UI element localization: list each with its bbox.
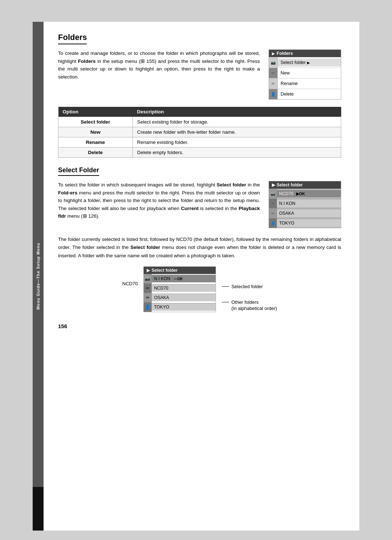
folders-menu-row-2: ✏ Rename (269, 78, 341, 89)
select-folder-intro-text: To select the folder in which subsequent… (58, 181, 260, 220)
diagram-area: NCD70 ▶ Select folder 📷 N I KON —OK (58, 266, 341, 312)
folders-menu-icon-2: ✏ (269, 78, 278, 89)
callout-text-2: Other folders (231, 299, 258, 305)
callout-dash-2 (222, 302, 229, 302)
sf-body5: menu ( (66, 213, 83, 219)
table-row: New Create new folder with five-letter f… (58, 127, 341, 137)
sf-menu-ref-icon: ⊞ (83, 213, 89, 219)
folders-menu-row-3: 👤 Delete (269, 89, 341, 99)
sf-menu-header: ▶ Select folder (269, 181, 341, 189)
sf-body1: To select the folder in which subsequent… (58, 182, 217, 188)
folders-content-row: To create and manage folders, or to choo… (58, 49, 341, 100)
sf-menu-row-1: ✏ N I KON (269, 198, 341, 208)
table-opt-3: Delete (58, 148, 133, 158)
folders-menu-icon-ref: ⊞ (140, 59, 147, 64)
folders-menu-header: ▶ Folders (269, 50, 341, 57)
sf-label-1: N I KON (277, 200, 341, 207)
table-desc-0: Select existing folder for storage. (132, 117, 341, 127)
folders-menu-icon-0: 📷 (269, 57, 278, 68)
folders-menu-tri: ▶ (272, 52, 275, 56)
table-desc-2: Rename existing folder. (132, 137, 341, 148)
folders-menu-icon-3: 👤 (269, 89, 278, 99)
sidebar-black-band (33, 487, 44, 531)
diagram-inner: NCD70 ▶ Select folder 📷 N I KON —OK (122, 266, 277, 312)
diagram-row-1: ✏ NCD70 (144, 283, 216, 293)
page-container: Menu Guide—The Setup Menu Folders To cre… (33, 22, 359, 531)
folders-ref1: 155 (146, 59, 155, 64)
table-col2-header: Description (132, 107, 341, 117)
sf-text-0: NCD70 (279, 191, 293, 196)
folders-menu-row-1: ✏ New (269, 68, 341, 78)
sf-icon-3: 👤 (269, 218, 277, 228)
diagram-label-3: TOKYO (152, 303, 216, 311)
table-desc-1: Create new folder with five-letter folde… (132, 127, 341, 137)
sf-menu-row-2: ✏ OSAKA (269, 208, 341, 218)
table-opt-0: Select folder (58, 117, 133, 127)
sf-label-3: TOKYO (277, 219, 341, 227)
select-folder-content-row: To select the folder in which subsequent… (58, 181, 341, 228)
diagram-icon-1: ✏ (144, 283, 152, 293)
sf-body4: is selected in the (199, 206, 238, 211)
diagram-row-0: 📷 N I KON —OK (144, 274, 216, 283)
diagram-icon-0: 📷 (144, 274, 152, 283)
pencil-icon-2: ✏ (271, 81, 275, 86)
sf-label-0: NCD70 ▶OK (277, 190, 341, 197)
diagram-row-2: ✏ OSAKA (144, 293, 216, 302)
folders-menu-label-3: Delete (278, 90, 341, 98)
camera-icon-0: 📷 (271, 60, 276, 65)
diagram-icon-2: ✏ (144, 293, 152, 302)
callout-text-1: Selected folder (231, 284, 263, 289)
diagram-box: ▶ Select folder 📷 N I KON —OK ✏ NCD70 (143, 266, 216, 312)
folders-menu-text-0: Select folder (281, 60, 306, 65)
folders-bold1: Folders (78, 59, 96, 64)
diagram-row-3: 👤 TOKYO (144, 302, 216, 312)
folders-intro-text: To create and manage folders, or to choo… (58, 49, 260, 81)
diagram-header-title: Select folder (151, 268, 177, 273)
diagram-ok: —OK (172, 277, 184, 281)
table-row: Select folder Select existing folder for… (58, 117, 341, 127)
diagram-label-2: OSAKA (152, 294, 216, 301)
sf-body2: in the (246, 182, 260, 188)
sidebar-label: Menu Guide—The Setup Menu (36, 243, 40, 310)
pencil-icon-1: ✏ (271, 71, 275, 76)
folders-menu-text-1: New (281, 70, 290, 76)
options-table: Option Description Select folder Select … (58, 107, 341, 158)
table-opt-1: New (58, 127, 133, 137)
diagram-right: Selected folder Other folders (in alphab… (222, 266, 277, 311)
folders-menu-row-0: 📷 Select folder ▶ (269, 57, 341, 68)
folder-para-bold: Select folder (130, 245, 160, 250)
folders-menu-title: Folders (277, 51, 293, 56)
select-folder-menu: ▶ Select folder 📷 NCD70 ▶OK ✏ N I KON (269, 181, 341, 228)
diagram-icon-3: 👤 (144, 302, 152, 312)
diagram-label-1: NCD70 (152, 284, 216, 292)
folders-menu-text-3: Delete (281, 92, 294, 97)
folders-menu-text-2: Rename (281, 81, 298, 86)
sf-body6: ). (97, 213, 99, 219)
sf-ok-badge: ▶OK (295, 191, 307, 197)
table-opt-2: Rename (58, 137, 133, 148)
table-col1-header: Option (58, 107, 133, 117)
table-row: Rename Rename existing folder. (58, 137, 341, 148)
person-icon-3: 👤 (271, 92, 276, 97)
sf-menu-body: 📷 NCD70 ▶OK ✏ N I KON ✏ OSAKA (269, 189, 341, 228)
folders-title: Folders (58, 33, 87, 44)
diagram-header-tri: ▶ (147, 268, 150, 273)
sf-icon-1: ✏ (269, 199, 277, 208)
select-folder-title: Select Folder (58, 166, 99, 176)
page-number: 156 (58, 323, 341, 329)
callout-text-2b: (in alphabetical order) (231, 306, 277, 311)
sf-icon-0: 📷 (269, 189, 277, 198)
table-row: Delete Delete empty folders. (58, 148, 341, 158)
sf-menu-row-0: 📷 NCD70 ▶OK (269, 189, 341, 198)
folders-menu-label-0: Select folder ▶ (278, 59, 341, 67)
folders-menu-label-1: New (278, 69, 341, 77)
table-desc-3: Delete empty folders. (132, 148, 341, 158)
folders-menu-icon-1: ✏ (269, 68, 278, 78)
callout-dash-1 (222, 286, 229, 287)
diagram-text-0: N I KON (154, 276, 170, 281)
sf-icon-2: ✏ (269, 209, 277, 218)
sf-bold2: Fold-ers (58, 190, 77, 196)
folders-menu-label-2: Rename (278, 80, 341, 88)
callout-1: Selected folder (222, 284, 277, 289)
sf-menu-tri: ▶ (272, 182, 275, 188)
